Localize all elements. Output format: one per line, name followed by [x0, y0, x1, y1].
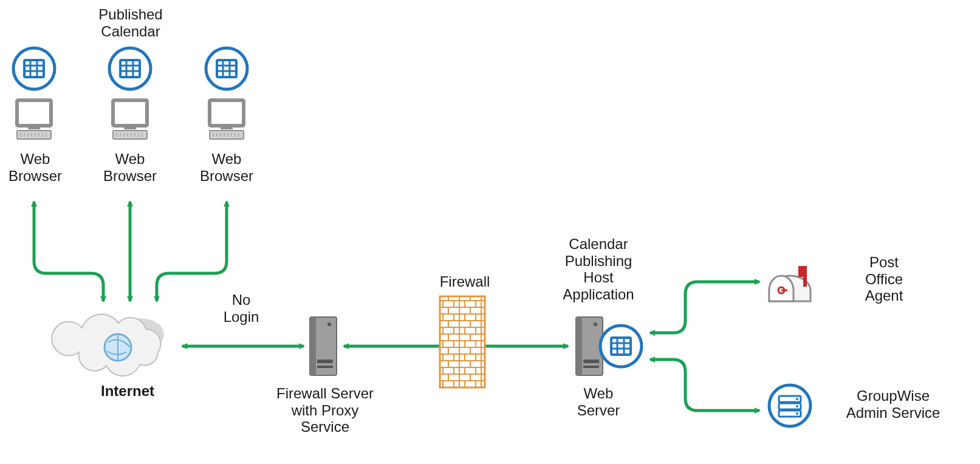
svg-point-87 — [796, 412, 798, 415]
svg-rect-63 — [317, 366, 333, 368]
server-tower-icon — [310, 317, 337, 375]
label-firewall: Firewall — [431, 273, 498, 290]
arrow-webserver-postoffice — [650, 282, 759, 333]
mailbox-icon — [769, 266, 810, 301]
svg-point-70 — [594, 322, 597, 326]
svg-rect-19 — [217, 60, 236, 77]
arrow-browser3-internet — [157, 202, 227, 301]
svg-point-64 — [327, 322, 331, 326]
svg-point-85 — [796, 398, 798, 400]
firewall-icon — [440, 296, 485, 387]
svg-rect-62 — [317, 360, 333, 363]
computer-icon — [113, 100, 147, 139]
svg-rect-67 — [576, 317, 582, 375]
label-cph-app: Calendar Publishing Host Application — [547, 236, 650, 302]
arrow-browser1-internet — [34, 202, 103, 301]
admin-service-icon — [769, 385, 810, 426]
svg-rect-65 — [440, 296, 485, 387]
svg-rect-61 — [310, 317, 316, 375]
svg-rect-24 — [17, 100, 51, 126]
label-published-calendar: Published Calendar — [91, 6, 170, 39]
label-web-server: Web Server — [565, 385, 632, 418]
svg-rect-46 — [210, 100, 244, 126]
svg-rect-35 — [113, 100, 147, 126]
label-web-browser-2: Web Browser — [100, 151, 160, 184]
svg-rect-72 — [611, 338, 631, 355]
svg-rect-80 — [798, 266, 807, 277]
svg-rect-13 — [120, 60, 140, 77]
calendar-badge-icon — [600, 326, 642, 367]
svg-rect-36 — [124, 126, 136, 129]
arrow-webserver-groupwise — [650, 360, 759, 411]
svg-rect-47 — [221, 126, 233, 129]
connectors — [34, 202, 759, 411]
label-internet: Internet — [91, 383, 164, 400]
cloud-internet-icon — [52, 314, 164, 376]
calendar-icon — [13, 48, 55, 89]
calendar-icon — [109, 48, 151, 89]
svg-rect-69 — [583, 366, 599, 368]
label-web-browser-1: Web Browser — [5, 151, 66, 184]
label-groupwise-admin: GroupWise Admin Service — [826, 387, 960, 421]
svg-rect-25 — [28, 126, 40, 129]
computer-icon — [210, 100, 244, 139]
calendar-icon — [206, 48, 247, 89]
svg-rect-68 — [583, 360, 599, 363]
svg-rect-7 — [24, 60, 44, 77]
label-web-browser-3: Web Browser — [196, 151, 257, 184]
server-tower-icon — [576, 317, 603, 375]
label-no-login: No Login — [214, 292, 269, 325]
computer-icon — [17, 100, 51, 139]
label-post-office-agent: Post Office Agent — [845, 254, 923, 304]
svg-point-86 — [796, 405, 798, 408]
label-firewall-server: Firewall Server with Proxy Service — [261, 385, 389, 435]
